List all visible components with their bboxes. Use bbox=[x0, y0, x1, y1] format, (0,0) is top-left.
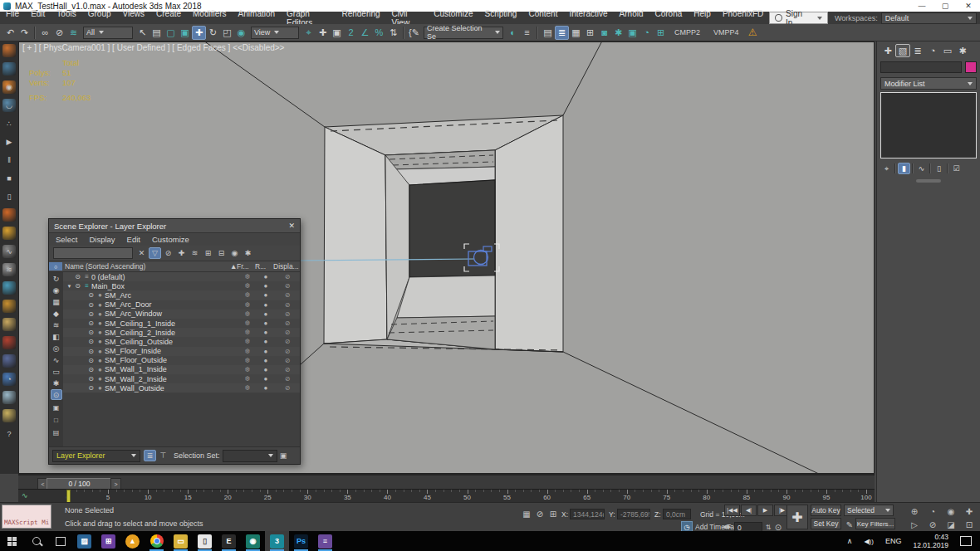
display-spacewarps-icon[interactable]: ≋ bbox=[51, 319, 62, 330]
display-containers-icon[interactable]: ▭ bbox=[51, 366, 62, 377]
layer-row[interactable]: ⊙●SM_Arc_Window❆●⊘ bbox=[63, 310, 300, 319]
go-to-start-button[interactable]: |◀◀ bbox=[724, 505, 740, 516]
select-and-move-icon[interactable]: ✚ bbox=[192, 26, 206, 40]
display-toggle-icon[interactable]: ⊘ bbox=[275, 366, 300, 373]
layer-name[interactable]: SM_Wall_1_Inside bbox=[105, 365, 238, 373]
percent-snap-icon[interactable]: % bbox=[372, 26, 386, 40]
taskbar-explorer[interactable]: ▭ bbox=[169, 531, 193, 551]
display-toggle-icon[interactable]: ⊘ bbox=[275, 282, 300, 290]
frozen-toggle-icon[interactable]: ❆ bbox=[238, 319, 257, 327]
scene-explorer-column-header[interactable]: ○ Name (Sorted Ascending) ▲ Fr... R... D… bbox=[49, 261, 300, 272]
frozen-toggle-icon[interactable]: ❆ bbox=[238, 291, 257, 299]
visibility-eye-icon[interactable]: ⊙ bbox=[86, 319, 96, 327]
display-sort-icon[interactable]: ↻ bbox=[51, 273, 62, 284]
remove-modifier-button[interactable]: ▯ bbox=[933, 163, 945, 174]
phoenix-island-preset-icon[interactable] bbox=[2, 318, 16, 331]
phoenix-splash-preset-icon[interactable] bbox=[2, 227, 16, 240]
layer-row[interactable]: ⊙●SM_Floor_Outside❆●⊘ bbox=[63, 356, 300, 365]
layer-row[interactable]: ⊙●SM_Wall_1_Inside❆●⊘ bbox=[63, 365, 300, 374]
frozen-toggle-icon[interactable]: ❆ bbox=[238, 338, 257, 345]
phoenix-waterfall-preset-icon[interactable] bbox=[2, 391, 16, 404]
zoom-extents-all-icon[interactable]: ✚ bbox=[963, 505, 975, 517]
display-shapes-icon[interactable]: ◆ bbox=[51, 308, 62, 319]
named-selection-dropdown[interactable]: Create Selection Se bbox=[424, 27, 503, 39]
render-toggle-icon[interactable]: ● bbox=[257, 301, 275, 309]
display-toggle-icon[interactable]: ⊘ bbox=[275, 329, 300, 336]
visibility-eye-icon[interactable]: ⊙ bbox=[73, 282, 82, 290]
phoenix-delete-icon[interactable]: ▯ bbox=[2, 190, 16, 203]
bind-spacewarp-icon[interactable]: ≋ bbox=[66, 26, 81, 40]
modifier-stack[interactable] bbox=[880, 92, 977, 158]
layer-name[interactable]: SM_Floor_Outside bbox=[105, 356, 238, 364]
object-color-swatch[interactable] bbox=[965, 61, 977, 73]
unlink-icon[interactable]: ⊘ bbox=[52, 26, 66, 40]
render-toggle-icon[interactable]: ● bbox=[257, 329, 275, 336]
clock[interactable]: 0:43 12.01.2019 bbox=[913, 533, 948, 549]
maximize-viewport-icon[interactable]: ⊡ bbox=[963, 519, 975, 530]
layer-name[interactable]: SM_Wall_2_Inside bbox=[105, 375, 238, 383]
taskbar-3dsmax[interactable]: 3 bbox=[265, 531, 289, 551]
workspaces-dropdown[interactable]: Default bbox=[881, 12, 977, 24]
tab-utilities[interactable]: ✱ bbox=[955, 44, 970, 57]
frozen-toggle-icon[interactable]: ❆ bbox=[238, 357, 257, 364]
selection-filter-dropdown[interactable]: All bbox=[83, 27, 133, 39]
phoenix-play-icon[interactable]: ▶ bbox=[2, 135, 16, 149]
pin-stack-button[interactable]: ⌖ bbox=[880, 163, 893, 174]
layer-name[interactable]: SM_Wall_Outside bbox=[105, 384, 238, 393]
reference-coordinate-dropdown[interactable]: View bbox=[251, 27, 299, 39]
display-toggle-icon[interactable]: ⊘ bbox=[275, 338, 300, 345]
render-iray-icon[interactable]: ⊞ bbox=[654, 26, 668, 40]
minimize-button[interactable]: — bbox=[910, 2, 933, 10]
next-frame-nudge[interactable]: > bbox=[110, 478, 121, 490]
visibility-eye-icon[interactable]: ⊙ bbox=[86, 310, 96, 318]
visibility-eye-icon[interactable]: ⊙ bbox=[73, 273, 82, 280]
layer-row[interactable]: ⊙●SM_Ceiling_2_Inside❆●⊘ bbox=[63, 328, 300, 337]
display-xrefs-icon[interactable]: □ bbox=[51, 416, 61, 425]
layer-name[interactable]: SM_Ceiling_1_Inside bbox=[105, 319, 238, 328]
phoenix-particles-icon[interactable]: ∴ bbox=[2, 117, 16, 130]
display-geometry-icon[interactable]: ◧ bbox=[51, 331, 62, 342]
isolate-selection-icon[interactable]: ▦ bbox=[521, 508, 532, 519]
frozen-toggle-icon[interactable]: ❆ bbox=[238, 329, 257, 336]
use-pivot-center-icon[interactable]: ⌖ bbox=[301, 26, 316, 40]
clear-search-icon[interactable]: ✕ bbox=[135, 247, 148, 259]
explorer-menu-edit[interactable]: Edit bbox=[127, 235, 140, 244]
zoom-all-icon[interactable]: ◔ bbox=[927, 505, 938, 517]
search-input[interactable] bbox=[53, 247, 133, 259]
render-toggle-icon[interactable]: ● bbox=[257, 310, 275, 318]
display-toggle-icon[interactable]: ⊘ bbox=[275, 384, 300, 392]
display-toggle-icon[interactable]: ⊘ bbox=[275, 291, 300, 299]
display-materials-icon[interactable]: ✱ bbox=[51, 378, 62, 388]
schematic-view-icon[interactable]: ⊞ bbox=[583, 26, 597, 40]
close-icon[interactable]: ✕ bbox=[288, 222, 295, 230]
render-toggle-icon[interactable]: ● bbox=[257, 319, 275, 327]
layer-name[interactable]: 0 (default) bbox=[91, 273, 238, 281]
phoenix-fire-node-icon[interactable]: ◉ bbox=[2, 80, 16, 94]
add-to-layer-icon[interactable]: ✚ bbox=[175, 247, 188, 259]
display-misc-icon[interactable]: ▤ bbox=[51, 428, 61, 437]
visibility-eye-icon[interactable]: ⊙ bbox=[86, 357, 96, 364]
visibility-eye-icon[interactable]: ⊙ bbox=[86, 291, 96, 299]
key-filter-icon[interactable]: ✎ bbox=[844, 519, 855, 530]
layer-row[interactable]: ⊙●SM_Arc❆●⊘ bbox=[63, 290, 300, 300]
expand-all-icon[interactable]: ⊞ bbox=[202, 247, 214, 259]
phoenix-pause-icon[interactable]: ‖ bbox=[2, 154, 16, 167]
taskbar-winrar[interactable]: ≡ bbox=[313, 531, 337, 551]
maximize-button[interactable]: ▢ bbox=[933, 2, 957, 10]
zoom-icon[interactable]: ⊕ bbox=[909, 505, 920, 517]
render-toggle-icon[interactable]: ● bbox=[257, 375, 275, 383]
phoenix-ocean-node-icon[interactable]: ◡ bbox=[2, 99, 16, 112]
visibility-eye-icon[interactable]: ⊙ bbox=[86, 329, 96, 336]
display-toggle-icon[interactable]: ⊘ bbox=[275, 310, 300, 318]
time-slider-grip[interactable]: 0 / 100 bbox=[47, 478, 112, 490]
selection-set-filter-dropdown[interactable]: Selected bbox=[844, 505, 894, 516]
visibility-eye-icon[interactable]: ⊙ bbox=[86, 338, 96, 345]
filter-icon[interactable]: ▽ bbox=[149, 247, 161, 259]
window-crossing-icon[interactable]: ▣ bbox=[178, 26, 192, 40]
layer-manager-icon[interactable]: ▤ bbox=[541, 26, 555, 40]
playhead[interactable] bbox=[66, 490, 71, 503]
layer-name[interactable]: SM_Ceiling_Outside bbox=[105, 338, 238, 346]
snaps-toggle-icon[interactable]: 2 bbox=[344, 26, 358, 40]
column-render[interactable]: R... bbox=[255, 262, 273, 271]
render-toggle-icon[interactable]: ● bbox=[257, 291, 275, 299]
